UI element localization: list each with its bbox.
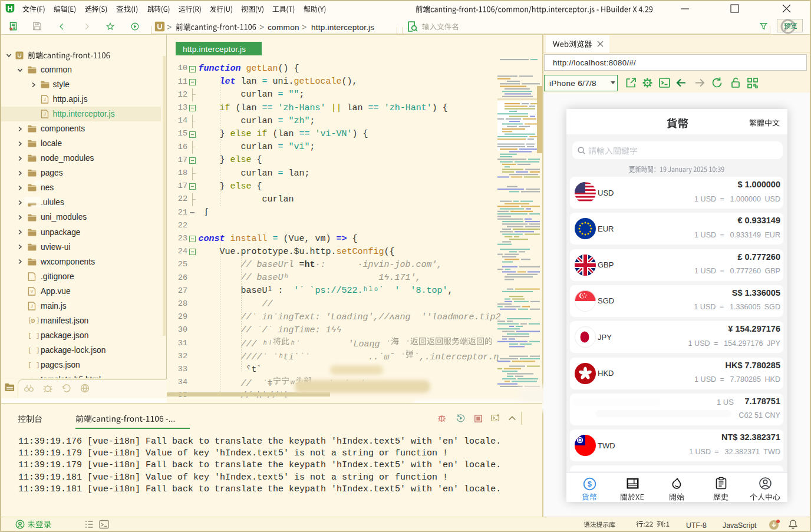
svg-text:V: V	[31, 289, 34, 293]
svg-text:J: J	[44, 97, 46, 101]
svg-text:J: J	[31, 304, 33, 308]
svg-text:$: $	[588, 480, 592, 488]
svg-text:J: J	[44, 112, 46, 116]
